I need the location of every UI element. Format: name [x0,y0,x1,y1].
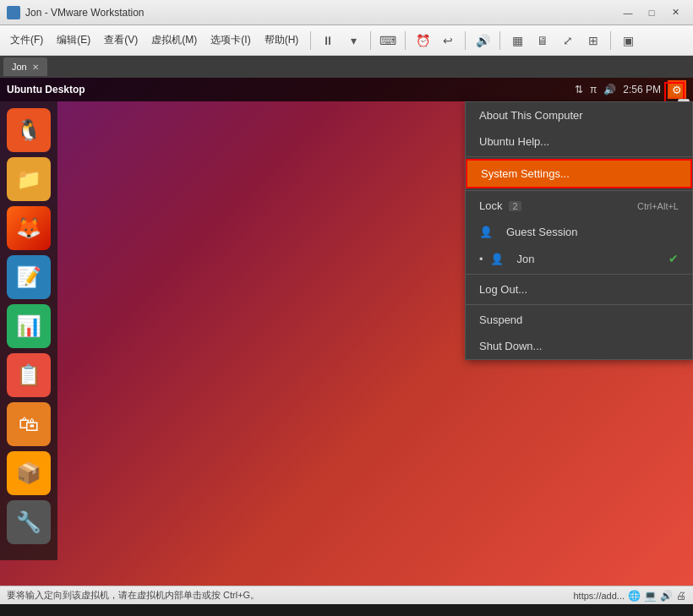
impress-icon: 📋 [16,363,41,387]
dock-item-files[interactable]: 📁 [7,157,51,201]
toolbar-snapshot-btn[interactable]: ⏰ [411,30,434,52]
ctx-jon[interactable]: • 👤 Jon ✔ [466,245,692,272]
toolbar-display2-btn[interactable]: 🖥 [531,30,554,52]
amazon-icon: 📦 [16,461,41,485]
ctx-lock-left: Lock 2 [479,199,521,212]
fullscreen-icon: ▣ [623,34,634,47]
menu-help[interactable]: 帮助(H) [258,30,306,51]
toolbar-send-key-btn[interactable]: ⌨ [376,30,400,52]
chevron-down-icon: ▾ [351,34,357,47]
ctx-jon-label: Jon [517,253,535,265]
jon-user-icon: 👤 [490,253,504,265]
ctx-help-label: Ubuntu Help... [479,135,549,148]
vmware-toolbar: 文件(F) 编辑(E) 查看(V) 虚拟机(M) 选项卡(I) 帮助(H) ⏸ … [0,25,693,56]
window-controls: — □ ✕ [617,4,686,21]
vmware-statusbar: 要将输入定向到该虚拟机，请在虚拟机内部单击或按 Ctrl+G。 https://… [0,586,693,604]
ubuntu-logo-icon: 🐧 [16,118,41,142]
ctx-shutdown-label: Shut Down... [479,340,542,352]
ctx-jon-bullet: • [479,253,483,265]
dock-item-software[interactable]: 🛍 [7,402,51,446]
revert-icon: ↩ [443,34,453,47]
dock-item-ubuntu[interactable]: 🐧 [7,108,51,152]
menu-edit[interactable]: 编辑(E) [50,30,97,51]
ctx-separator-4 [466,304,692,305]
ctx-lock-badge: 2 [509,201,521,211]
more-icon: 🔧 [16,510,41,534]
ctx-about-label: About This Computer [479,109,583,122]
system-context-menu: About This Computer Ubuntu Help... Syste… [465,101,693,360]
dock-item-firefox[interactable]: 🦊 [7,206,51,250]
power-icon: ⏸ [322,34,334,47]
writer-icon: 📝 [16,265,41,289]
tab-jon[interactable]: Jon ✕ [3,57,47,76]
audio-icon: 🔊 [476,34,490,47]
toolbar-separator-6 [610,31,611,50]
statusbar-icon-1: 🌐 [628,590,641,602]
ctx-suspend[interactable]: Suspend [466,307,692,333]
toolbar-stretch-btn[interactable]: ⤢ [556,30,580,52]
ubuntu-dock: 🐧 📁 🦊 📝 📊 📋 🛍 📦 🔧 [0,101,57,560]
display2-icon: 🖥 [537,34,548,47]
ctx-separator-2 [466,190,692,191]
camera-icon: ⏰ [416,34,430,47]
tab-bar: Jon ✕ [0,56,693,78]
menu-file[interactable]: 文件(F) [3,30,50,51]
toolbar-unity-btn[interactable]: ⊞ [581,30,605,52]
ctx-logout-label: Log Out... [479,283,527,296]
keyboard-icon: ⌨ [379,34,396,47]
ctx-suspend-label: Suspend [479,313,522,326]
menu-tab[interactable]: 选项卡(I) [204,30,257,51]
ctx-help[interactable]: Ubuntu Help... [466,128,692,155]
ubuntu-desktop: Ubuntu Desktop ⇅ π 🔊 2:56 PM ⚙ 1 🐧 📁 🦊 📝 [0,78,693,586]
files-icon: 📁 [16,167,41,191]
menu-bar: 文件(F) 编辑(E) 查看(V) 虚拟机(M) 选项卡(I) 帮助(H) [3,30,305,51]
display-icon: ▦ [512,34,523,47]
maximize-button[interactable]: □ [641,4,663,21]
ctx-logout[interactable]: Log Out... [466,276,692,303]
toolbar-power-btn[interactable]: ⏸ [316,30,340,52]
software-icon: 🛍 [19,412,39,436]
window-title: Jon - VMware Workstation [25,7,617,19]
close-button[interactable]: ✕ [664,4,686,21]
ubuntu-top-panel: Ubuntu Desktop ⇅ π 🔊 2:56 PM ⚙ 1 [0,78,693,101]
dock-item-writer[interactable]: 📝 [7,255,51,299]
ctx-jon-check: ✔ [668,252,679,265]
guest-user-icon: 👤 [479,226,493,238]
calc-icon: 📊 [16,314,41,338]
ctx-separator-3 [466,274,692,275]
ctx-about[interactable]: About This Computer [466,102,692,128]
dock-item-more[interactable]: 🔧 [7,500,51,544]
toolbar-separator-5 [499,31,500,50]
toolbar-display-btn[interactable]: ▦ [505,30,529,52]
statusbar-icon-2: 💻 [644,590,657,602]
vmware-logo-icon [7,6,20,19]
statusbar-icon-4: 🖨 [676,590,686,602]
ctx-lock-shortcut: Ctrl+Alt+L [637,201,679,211]
ctx-settings[interactable]: System Settings... [466,159,692,188]
panel-time[interactable]: 2:56 PM [623,84,661,95]
ctx-guest[interactable]: 👤 Guest Session [466,219,692,245]
stretch-icon: ⤢ [563,34,573,47]
statusbar-right: https://add... 🌐 💻 🔊 🖨 [573,590,686,602]
menu-vm[interactable]: 虚拟机(M) [145,30,204,51]
dock-item-amazon[interactable]: 📦 [7,451,51,495]
panel-volume-icon: 🔊 [603,84,616,95]
dock-item-calc[interactable]: 📊 [7,304,51,348]
toolbar-revert-btn[interactable]: ↩ [436,30,460,52]
statusbar-icon-3: 🔊 [660,590,673,602]
menu-view[interactable]: 查看(V) [97,30,145,51]
panel-sort-icon: ⇅ [575,84,583,95]
toolbar-dropdown-btn[interactable]: ▾ [341,30,365,52]
tab-close-button[interactable]: ✕ [32,63,39,72]
toolbar-separator-2 [370,31,371,50]
ctx-lock-label: Lock [479,199,502,212]
minimize-button[interactable]: — [617,4,639,21]
dock-item-impress[interactable]: 📋 [7,353,51,397]
settings-gear-button[interactable]: ⚙ 1 [668,80,686,99]
tab-label: Jon [12,62,27,72]
statusbar-left-text: 要将输入定向到该虚拟机，请在虚拟机内部单击或按 Ctrl+G。 [7,589,259,602]
toolbar-audio-btn[interactable]: 🔊 [471,30,494,52]
ctx-shutdown[interactable]: Shut Down... [466,333,692,359]
ctx-lock[interactable]: Lock 2 Ctrl+Alt+L [466,193,692,219]
toolbar-fullscreen-btn[interactable]: ▣ [616,30,640,52]
